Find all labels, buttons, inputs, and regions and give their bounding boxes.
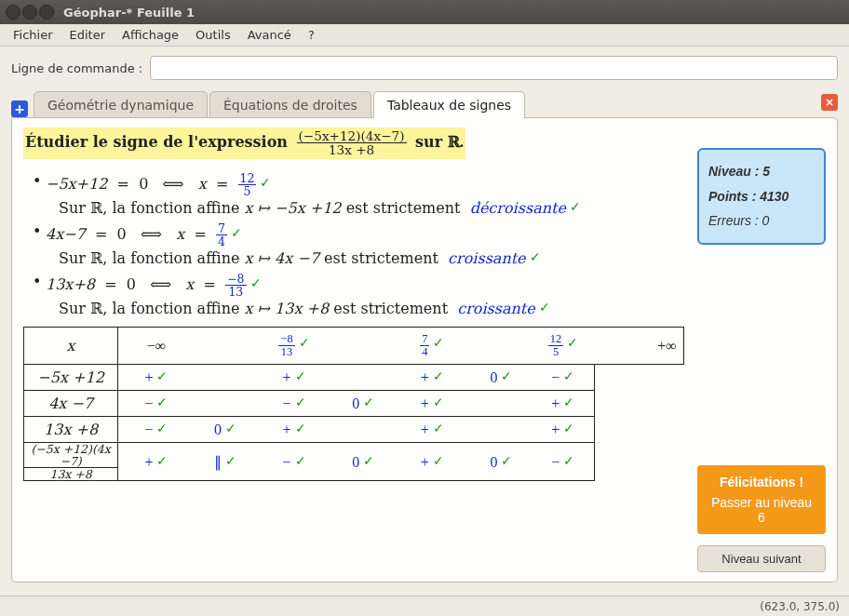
window-close-icon[interactable] bbox=[6, 5, 20, 20]
window-max-icon[interactable] bbox=[39, 5, 54, 20]
next-level-button[interactable]: Niveau suivant bbox=[697, 545, 826, 572]
menu-fichier[interactable]: Fichier bbox=[6, 26, 61, 44]
table-row: 4x −7−✓−✓0✓+✓+✓ bbox=[24, 391, 684, 417]
add-tab-button[interactable]: + bbox=[11, 100, 28, 117]
table-row: (−5x +12)(4x −7)13x +8+✓∥✓−✓0✓+✓0✓−✓ bbox=[24, 443, 684, 481]
command-line-row: Ligne de commande : bbox=[11, 56, 838, 80]
main-panel: Étudier le signe de l'expression (−5x+12… bbox=[11, 117, 838, 583]
window-min-icon[interactable] bbox=[22, 5, 37, 20]
bullet-item: 4x−7 = 0 ⟺ x = 74✓Sur ℝ, la fonction aff… bbox=[33, 222, 684, 267]
exercise-area: Étudier le signe de l'expression (−5x+12… bbox=[23, 127, 684, 572]
menu-help[interactable]: ? bbox=[301, 26, 322, 44]
menu-outils[interactable]: Outils bbox=[188, 26, 238, 44]
menu-avance[interactable]: Avancé bbox=[240, 26, 299, 44]
sign-table: x−∞−813✓74✓125✓+∞−5x +12+✓+✓+✓0✓−✓4x −7−… bbox=[23, 327, 684, 481]
command-line-label: Ligne de commande : bbox=[11, 61, 142, 75]
bullet-item: −5x+12 = 0 ⟺ x = 125✓Sur ℝ, la fonction … bbox=[33, 172, 684, 217]
window-buttons bbox=[6, 5, 54, 20]
tab-tableaux-signes[interactable]: Tableaux de signes bbox=[373, 91, 525, 118]
menu-editer[interactable]: Editer bbox=[62, 26, 114, 44]
tab-equations-droites[interactable]: Équations de droites bbox=[209, 91, 371, 118]
table-row: −5x +12+✓+✓+✓0✓−✓ bbox=[24, 365, 684, 391]
congrats-banner: Félicitations ! Passer au niveau 6 bbox=[697, 465, 826, 534]
bullet-item: 13x+8 = 0 ⟺ x = −813✓Sur ℝ, la fonction … bbox=[33, 273, 684, 317]
close-tab-button[interactable]: × bbox=[821, 94, 838, 111]
status-coords: (623.0, 375.0) bbox=[760, 600, 840, 613]
table-row: 13x +8−✓0✓+✓+✓+✓ bbox=[24, 417, 684, 443]
menubar: Fichier Editer Affichage Outils Avancé ? bbox=[0, 24, 849, 47]
status-bar: (623.0, 375.0) bbox=[0, 596, 849, 616]
tab-geometrie-dynamique[interactable]: Géométrie dynamique bbox=[34, 91, 208, 118]
score-box: Niveau : 5 Points : 4130 Erreurs : 0 bbox=[697, 148, 826, 245]
menu-affichage[interactable]: Affichage bbox=[115, 26, 186, 44]
tab-row: + Géométrie dynamique Équations de droit… bbox=[11, 89, 838, 117]
sidebar: Niveau : 5 Points : 4130 Erreurs : 0 Fél… bbox=[697, 127, 826, 572]
window-titlebar: Géophar-* Feuille 1 bbox=[0, 0, 849, 24]
window-title: Géophar-* Feuille 1 bbox=[63, 6, 195, 20]
bullet-list: −5x+12 = 0 ⟺ x = 125✓Sur ℝ, la fonction … bbox=[33, 172, 684, 318]
command-line-input[interactable] bbox=[150, 56, 838, 80]
exercise-prompt: Étudier le signe de l'expression (−5x+12… bbox=[23, 127, 465, 159]
